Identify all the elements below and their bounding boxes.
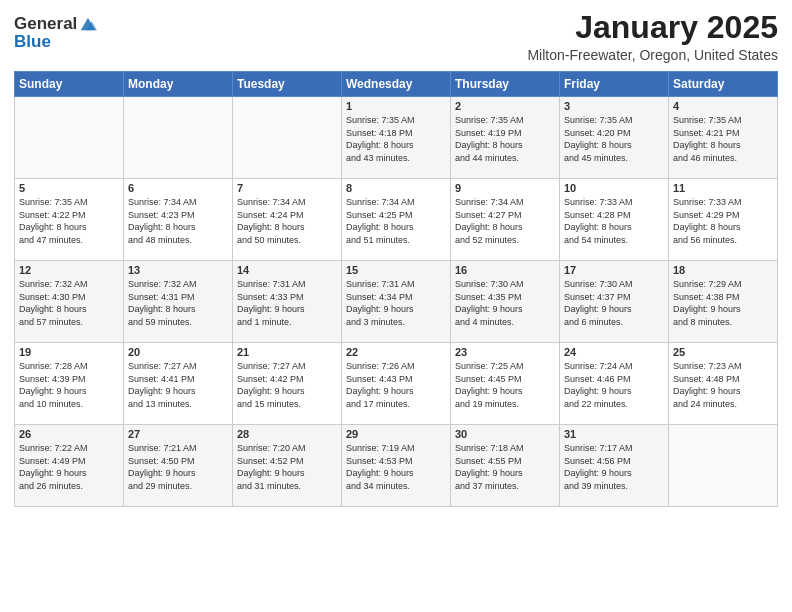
day-info: Sunrise: 7:19 AM Sunset: 4:53 PM Dayligh… [346, 442, 446, 492]
day-number: 3 [564, 100, 664, 112]
col-wednesday: Wednesday [342, 72, 451, 97]
day-number: 30 [455, 428, 555, 440]
day-info: Sunrise: 7:17 AM Sunset: 4:56 PM Dayligh… [564, 442, 664, 492]
day-number: 31 [564, 428, 664, 440]
logo-icon [79, 15, 97, 33]
title-block: January 2025 Milton-Freewater, Oregon, U… [527, 10, 778, 63]
col-monday: Monday [124, 72, 233, 97]
table-row: 8Sunrise: 7:34 AM Sunset: 4:25 PM Daylig… [342, 179, 451, 261]
day-number: 16 [455, 264, 555, 276]
day-info: Sunrise: 7:35 AM Sunset: 4:22 PM Dayligh… [19, 196, 119, 246]
table-row: 15Sunrise: 7:31 AM Sunset: 4:34 PM Dayli… [342, 261, 451, 343]
day-info: Sunrise: 7:22 AM Sunset: 4:49 PM Dayligh… [19, 442, 119, 492]
table-row: 19Sunrise: 7:28 AM Sunset: 4:39 PM Dayli… [15, 343, 124, 425]
header: General Blue January 2025 Milton-Freewat… [14, 10, 778, 63]
table-row: 10Sunrise: 7:33 AM Sunset: 4:28 PM Dayli… [560, 179, 669, 261]
day-number: 12 [19, 264, 119, 276]
table-row: 24Sunrise: 7:24 AM Sunset: 4:46 PM Dayli… [560, 343, 669, 425]
calendar-week-row: 12Sunrise: 7:32 AM Sunset: 4:30 PM Dayli… [15, 261, 778, 343]
day-info: Sunrise: 7:35 AM Sunset: 4:20 PM Dayligh… [564, 114, 664, 164]
table-row: 11Sunrise: 7:33 AM Sunset: 4:29 PM Dayli… [669, 179, 778, 261]
col-thursday: Thursday [451, 72, 560, 97]
table-row [669, 425, 778, 507]
table-row: 5Sunrise: 7:35 AM Sunset: 4:22 PM Daylig… [15, 179, 124, 261]
calendar-week-row: 5Sunrise: 7:35 AM Sunset: 4:22 PM Daylig… [15, 179, 778, 261]
table-row: 22Sunrise: 7:26 AM Sunset: 4:43 PM Dayli… [342, 343, 451, 425]
day-info: Sunrise: 7:25 AM Sunset: 4:45 PM Dayligh… [455, 360, 555, 410]
day-info: Sunrise: 7:34 AM Sunset: 4:25 PM Dayligh… [346, 196, 446, 246]
day-info: Sunrise: 7:21 AM Sunset: 4:50 PM Dayligh… [128, 442, 228, 492]
day-number: 21 [237, 346, 337, 358]
table-row: 7Sunrise: 7:34 AM Sunset: 4:24 PM Daylig… [233, 179, 342, 261]
day-number: 22 [346, 346, 446, 358]
table-row: 4Sunrise: 7:35 AM Sunset: 4:21 PM Daylig… [669, 97, 778, 179]
day-number: 18 [673, 264, 773, 276]
day-info: Sunrise: 7:29 AM Sunset: 4:38 PM Dayligh… [673, 278, 773, 328]
col-saturday: Saturday [669, 72, 778, 97]
day-info: Sunrise: 7:27 AM Sunset: 4:42 PM Dayligh… [237, 360, 337, 410]
day-info: Sunrise: 7:34 AM Sunset: 4:24 PM Dayligh… [237, 196, 337, 246]
logo-blue: Blue [14, 32, 97, 52]
day-info: Sunrise: 7:33 AM Sunset: 4:28 PM Dayligh… [564, 196, 664, 246]
day-number: 6 [128, 182, 228, 194]
day-number: 5 [19, 182, 119, 194]
table-row [233, 97, 342, 179]
day-number: 13 [128, 264, 228, 276]
day-info: Sunrise: 7:30 AM Sunset: 4:37 PM Dayligh… [564, 278, 664, 328]
table-row: 29Sunrise: 7:19 AM Sunset: 4:53 PM Dayli… [342, 425, 451, 507]
day-number: 24 [564, 346, 664, 358]
day-info: Sunrise: 7:32 AM Sunset: 4:31 PM Dayligh… [128, 278, 228, 328]
day-number: 23 [455, 346, 555, 358]
day-number: 28 [237, 428, 337, 440]
table-row: 9Sunrise: 7:34 AM Sunset: 4:27 PM Daylig… [451, 179, 560, 261]
day-info: Sunrise: 7:34 AM Sunset: 4:27 PM Dayligh… [455, 196, 555, 246]
day-info: Sunrise: 7:27 AM Sunset: 4:41 PM Dayligh… [128, 360, 228, 410]
day-info: Sunrise: 7:23 AM Sunset: 4:48 PM Dayligh… [673, 360, 773, 410]
table-row [124, 97, 233, 179]
day-info: Sunrise: 7:28 AM Sunset: 4:39 PM Dayligh… [19, 360, 119, 410]
day-number: 26 [19, 428, 119, 440]
day-number: 8 [346, 182, 446, 194]
calendar-week-row: 26Sunrise: 7:22 AM Sunset: 4:49 PM Dayli… [15, 425, 778, 507]
day-info: Sunrise: 7:20 AM Sunset: 4:52 PM Dayligh… [237, 442, 337, 492]
page-container: General Blue January 2025 Milton-Freewat… [0, 0, 792, 515]
day-number: 14 [237, 264, 337, 276]
table-row: 21Sunrise: 7:27 AM Sunset: 4:42 PM Dayli… [233, 343, 342, 425]
col-friday: Friday [560, 72, 669, 97]
day-info: Sunrise: 7:34 AM Sunset: 4:23 PM Dayligh… [128, 196, 228, 246]
table-row: 23Sunrise: 7:25 AM Sunset: 4:45 PM Dayli… [451, 343, 560, 425]
col-sunday: Sunday [15, 72, 124, 97]
day-number: 17 [564, 264, 664, 276]
table-row: 2Sunrise: 7:35 AM Sunset: 4:19 PM Daylig… [451, 97, 560, 179]
table-row: 18Sunrise: 7:29 AM Sunset: 4:38 PM Dayli… [669, 261, 778, 343]
day-info: Sunrise: 7:31 AM Sunset: 4:33 PM Dayligh… [237, 278, 337, 328]
table-row: 16Sunrise: 7:30 AM Sunset: 4:35 PM Dayli… [451, 261, 560, 343]
day-number: 4 [673, 100, 773, 112]
day-info: Sunrise: 7:18 AM Sunset: 4:55 PM Dayligh… [455, 442, 555, 492]
table-row: 3Sunrise: 7:35 AM Sunset: 4:20 PM Daylig… [560, 97, 669, 179]
day-info: Sunrise: 7:33 AM Sunset: 4:29 PM Dayligh… [673, 196, 773, 246]
day-number: 25 [673, 346, 773, 358]
table-row: 12Sunrise: 7:32 AM Sunset: 4:30 PM Dayli… [15, 261, 124, 343]
table-row: 26Sunrise: 7:22 AM Sunset: 4:49 PM Dayli… [15, 425, 124, 507]
day-number: 19 [19, 346, 119, 358]
table-row: 14Sunrise: 7:31 AM Sunset: 4:33 PM Dayli… [233, 261, 342, 343]
day-info: Sunrise: 7:32 AM Sunset: 4:30 PM Dayligh… [19, 278, 119, 328]
table-row: 20Sunrise: 7:27 AM Sunset: 4:41 PM Dayli… [124, 343, 233, 425]
day-info: Sunrise: 7:24 AM Sunset: 4:46 PM Dayligh… [564, 360, 664, 410]
col-tuesday: Tuesday [233, 72, 342, 97]
day-number: 20 [128, 346, 228, 358]
day-info: Sunrise: 7:35 AM Sunset: 4:21 PM Dayligh… [673, 114, 773, 164]
day-number: 29 [346, 428, 446, 440]
logo: General Blue [14, 14, 97, 52]
table-row: 13Sunrise: 7:32 AM Sunset: 4:31 PM Dayli… [124, 261, 233, 343]
logo-general: General [14, 14, 77, 34]
day-number: 2 [455, 100, 555, 112]
table-row: 1Sunrise: 7:35 AM Sunset: 4:18 PM Daylig… [342, 97, 451, 179]
day-number: 10 [564, 182, 664, 194]
table-row: 28Sunrise: 7:20 AM Sunset: 4:52 PM Dayli… [233, 425, 342, 507]
day-info: Sunrise: 7:31 AM Sunset: 4:34 PM Dayligh… [346, 278, 446, 328]
table-row [15, 97, 124, 179]
table-row: 30Sunrise: 7:18 AM Sunset: 4:55 PM Dayli… [451, 425, 560, 507]
day-info: Sunrise: 7:35 AM Sunset: 4:18 PM Dayligh… [346, 114, 446, 164]
